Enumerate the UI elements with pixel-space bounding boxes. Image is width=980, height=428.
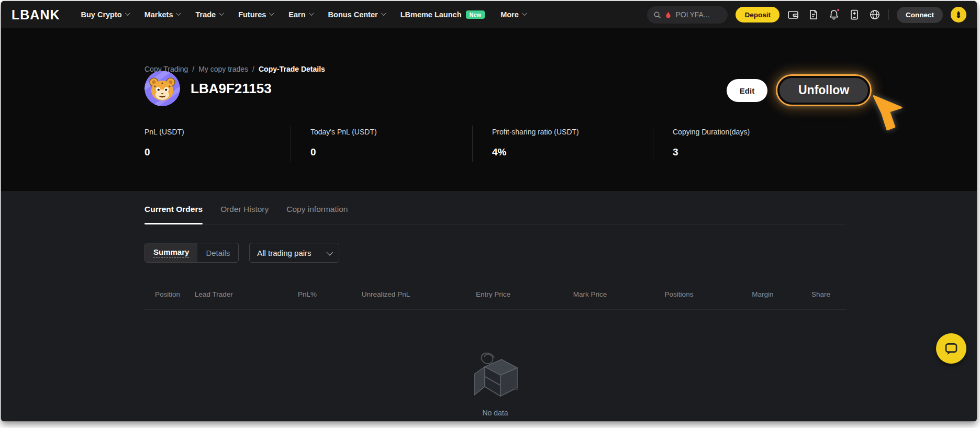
stat-label: PnL (USDT) xyxy=(144,128,291,136)
search-input[interactable]: POLYFA... xyxy=(647,6,728,24)
chevron-down-icon xyxy=(269,10,274,16)
nav-item-trade[interactable]: Trade xyxy=(195,10,222,19)
nav-icon-group xyxy=(787,9,881,20)
edit-button[interactable]: Edit xyxy=(727,79,767,102)
empty-box-icon xyxy=(468,346,522,404)
breadcrumb-my-copy-trades[interactable]: My copy trades xyxy=(198,65,248,73)
nav-item-lbmeme-launch[interactable]: LBmeme Launch New xyxy=(400,10,485,19)
trader-avatar xyxy=(144,71,180,106)
nav-divider xyxy=(888,9,889,20)
trader-hero-section: Copy Trading / My copy trades / Copy-Tra… xyxy=(1,28,977,191)
search-value: POLYFA... xyxy=(675,10,709,19)
table-header-row: Position Lead Trader PnL% Unrealized PnL… xyxy=(144,290,846,298)
table-header-divider xyxy=(144,309,846,310)
stat-label: Copying Duration(days) xyxy=(673,128,846,136)
chevron-down-icon xyxy=(125,10,130,16)
nav-item-futures[interactable]: Futures xyxy=(238,10,273,19)
tab-current-orders[interactable]: Current Orders xyxy=(144,205,203,224)
main-menu: Buy Crypto Markets Trade Futures Earn Bo… xyxy=(81,10,526,19)
column-mark-price: Mark Price xyxy=(545,290,634,298)
stat-profit-sharing-ratio: Profit-sharing ratio (USDT) 4% xyxy=(472,126,653,162)
breadcrumb-current: Copy-Trade Details xyxy=(259,65,325,73)
stat-label: Profit-sharing ratio (USDT) xyxy=(492,128,653,136)
nav-item-buy-crypto[interactable]: Buy Crypto xyxy=(81,10,129,19)
app-window: LBANK Buy Crypto Markets Trade Futures E… xyxy=(1,1,977,421)
new-badge: New xyxy=(466,10,485,19)
column-entry-price: Entry Price xyxy=(441,290,545,298)
stat-todays-pnl: Today's PnL (USDT) 0 xyxy=(291,126,472,162)
trading-pairs-dropdown[interactable]: All trading pairs xyxy=(249,243,339,263)
stat-label: Today's PnL (USDT) xyxy=(310,128,472,136)
stat-copying-duration: Copying Duration(days) 3 xyxy=(653,126,846,162)
nav-item-earn[interactable]: Earn xyxy=(288,10,312,19)
summary-details-toggle: Summary Details xyxy=(144,243,239,263)
stat-value: 0 xyxy=(310,147,472,158)
column-position: Position xyxy=(144,290,195,298)
orders-tabs: Current Orders Order History Copy inform… xyxy=(144,205,846,224)
wallet-icon[interactable] xyxy=(787,9,799,20)
column-positions: Positions xyxy=(634,290,723,298)
stat-pnl: PnL (USDT) 0 xyxy=(144,126,291,162)
stat-value: 3 xyxy=(673,147,846,158)
segment-summary[interactable]: Summary xyxy=(145,243,197,262)
stat-value: 0 xyxy=(144,147,291,158)
nav-right-cluster: POLYFA... Deposit xyxy=(647,6,966,24)
notifications-bell-icon[interactable] xyxy=(828,9,840,20)
deposit-button[interactable]: Deposit xyxy=(736,7,779,22)
account-avatar-icon[interactable] xyxy=(951,7,966,22)
top-nav: LBANK Buy Crypto Markets Trade Futures E… xyxy=(1,1,977,28)
page: LBANK Buy Crypto Markets Trade Futures E… xyxy=(0,0,980,428)
chevron-down-icon xyxy=(219,10,224,16)
column-margin: Margin xyxy=(723,290,802,298)
column-share: Share xyxy=(802,290,846,298)
chevron-down-icon xyxy=(309,10,314,16)
empty-text: No data xyxy=(482,409,508,417)
cursor-pointer-icon xyxy=(871,95,906,131)
lbank-logo[interactable]: LBANK xyxy=(12,7,60,22)
segment-details[interactable]: Details xyxy=(197,243,238,262)
empty-state: No data xyxy=(144,346,846,417)
table-controls: Summary Details All trading pairs xyxy=(144,243,339,263)
support-chat-button[interactable] xyxy=(936,333,966,364)
chat-bubble-icon xyxy=(943,340,960,357)
column-unrealized-pnl: Unrealized PnL xyxy=(331,290,441,298)
app-download-icon[interactable] xyxy=(849,9,860,20)
breadcrumb: Copy Trading / My copy trades / Copy-Tra… xyxy=(144,65,325,73)
unfollow-highlight-ring: Unfollow xyxy=(776,74,872,106)
flame-icon xyxy=(665,11,672,19)
column-pnl-percent: PnL% xyxy=(284,290,331,298)
nav-item-markets[interactable]: Markets xyxy=(144,10,180,19)
notification-dot xyxy=(836,8,840,12)
unfollow-button[interactable]: Unfollow xyxy=(779,78,868,103)
chevron-down-icon xyxy=(381,10,386,16)
connect-button[interactable]: Connect xyxy=(897,7,943,23)
stat-value: 4% xyxy=(492,147,653,158)
chevron-down-icon xyxy=(176,10,181,16)
breadcrumb-separator: / xyxy=(252,65,254,73)
search-icon xyxy=(653,11,661,19)
nav-item-bonus-center[interactable]: Bonus Center xyxy=(328,10,385,19)
trader-name: LBA9F21153 xyxy=(191,81,272,97)
breadcrumb-separator: / xyxy=(192,65,194,73)
chevron-down-icon xyxy=(522,10,527,16)
column-lead-trader: Lead Trader xyxy=(195,290,284,298)
orders-document-icon[interactable] xyxy=(808,9,819,20)
nav-item-more[interactable]: More xyxy=(500,10,526,19)
stats-row: PnL (USDT) 0 Today's PnL (USDT) 0 Profit… xyxy=(144,126,846,162)
tab-order-history[interactable]: Order History xyxy=(220,205,269,224)
chevron-down-icon xyxy=(327,249,333,255)
language-globe-icon[interactable] xyxy=(869,9,881,20)
orders-panel: Current Orders Order History Copy inform… xyxy=(1,191,977,421)
tab-copy-information[interactable]: Copy information xyxy=(286,205,348,224)
